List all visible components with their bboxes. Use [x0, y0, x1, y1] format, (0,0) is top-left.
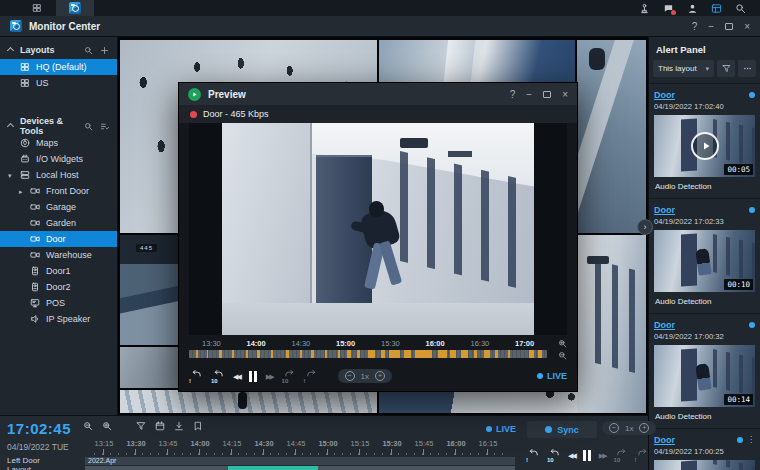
event-camera-link[interactable]: Door: [654, 320, 675, 330]
camera-item-garage[interactable]: Garage: [0, 199, 117, 215]
playback-speed-control[interactable]: − 1x +: [602, 421, 656, 435]
live-dot-icon: [486, 426, 492, 432]
camera-tile-wall[interactable]: [120, 347, 180, 388]
minimize-button[interactable]: −: [708, 21, 714, 32]
next-event-button[interactable]: !: [635, 448, 648, 462]
speed-up-icon[interactable]: [599, 450, 606, 460]
event-thumbnail[interactable]: 00:10: [654, 230, 755, 292]
search-icon[interactable]: [84, 122, 93, 131]
view-options-icon[interactable]: [100, 122, 109, 131]
pause-button[interactable]: [249, 371, 257, 382]
user-icon[interactable]: [687, 3, 698, 14]
layout-item-us[interactable]: US: [0, 75, 117, 91]
search-icon[interactable]: [84, 46, 93, 55]
speed-minus-icon[interactable]: −: [345, 371, 355, 381]
device-item-pos[interactable]: POS: [0, 295, 117, 311]
alert-panel-toggle-icon[interactable]: [711, 3, 722, 14]
event-camera-link[interactable]: Door: [654, 435, 675, 445]
live-indicator[interactable]: LIVE: [537, 371, 567, 381]
camera-tile-walkway[interactable]: [577, 40, 646, 233]
preview-timeline[interactable]: 13:30 14:00 14:30 15:00 15:30 16:00 16:3…: [189, 339, 567, 365]
monitor-center-titlebar[interactable]: Monitor Center ? − ×: [0, 16, 760, 37]
timeline-zoom-in-icon[interactable]: [558, 339, 567, 348]
speed-minus-icon[interactable]: −: [609, 423, 619, 433]
alert-panel-collapse-button[interactable]: [637, 219, 653, 235]
speed-plus-icon[interactable]: +: [639, 423, 649, 433]
recording-band-left-door[interactable]: [85, 457, 515, 465]
speed-plus-icon[interactable]: +: [375, 371, 385, 381]
camera-tile-corridor[interactable]: [577, 235, 646, 413]
search-icon[interactable]: [735, 3, 746, 14]
taskbar-apps-button[interactable]: [18, 0, 56, 16]
timeline-tools: [83, 421, 203, 431]
alert-scope-dropdown[interactable]: This layout: [653, 60, 714, 77]
close-button[interactable]: ×: [562, 89, 568, 100]
layouts-section-header[interactable]: Layouts: [0, 41, 117, 59]
event-thumbnail[interactable]: 00:05: [654, 115, 755, 177]
help-button[interactable]: ?: [692, 21, 698, 32]
camera-item-front-door[interactable]: ▸Front Door: [0, 183, 117, 199]
chevron-down-icon[interactable]: ▾: [8, 172, 12, 179]
device-item-io-widgets[interactable]: I/O Widgets: [0, 151, 117, 167]
calendar-icon[interactable]: [155, 421, 165, 431]
preview-video[interactable]: [189, 123, 567, 335]
camera-item-garden[interactable]: Garden: [0, 215, 117, 231]
add-layout-icon[interactable]: [100, 46, 109, 55]
event-camera-link[interactable]: Door: [654, 90, 675, 100]
forward-10s-button[interactable]: 10: [282, 369, 295, 383]
device-item-local-host[interactable]: ▾Local Host: [0, 167, 117, 183]
taskbar-monitor-center-button[interactable]: [56, 0, 94, 16]
chevron-right-icon[interactable]: ▸: [19, 188, 23, 195]
timeline-ruler[interactable]: 13:1513:30 13:4514:00 14:1514:30 14:4515…: [88, 439, 504, 455]
maximize-button[interactable]: [543, 91, 551, 98]
layout-item-hq[interactable]: HQ (Default): [0, 59, 117, 75]
sync-button[interactable]: Sync: [527, 421, 597, 438]
alert-filter-button[interactable]: [717, 60, 735, 77]
timeline-zoom-in-icon[interactable]: [102, 421, 112, 431]
devices-section-header[interactable]: Devices & Tools: [0, 117, 117, 135]
event-thumbnail[interactable]: [654, 460, 755, 470]
rewind-10s-button[interactable]: 10: [547, 448, 560, 462]
device-item-door1[interactable]: Door1: [0, 263, 117, 279]
help-button[interactable]: ?: [510, 89, 516, 100]
playback-speed-control[interactable]: − 1x +: [338, 369, 392, 383]
rewind-10s-button[interactable]: 10: [211, 369, 224, 383]
chat-notification-icon[interactable]: [663, 3, 674, 14]
speed-up-icon[interactable]: [266, 371, 273, 381]
timeline-row-label[interactable]: Layout: [7, 465, 31, 470]
next-event-button[interactable]: !: [304, 369, 317, 383]
recording-dot-icon: [190, 111, 197, 118]
event-thumbnail[interactable]: 00:14: [654, 345, 755, 407]
timeline-zoom-out-icon[interactable]: [83, 421, 93, 431]
funnel-icon[interactable]: [136, 421, 146, 431]
device-item-door2[interactable]: Door2: [0, 279, 117, 295]
camera-item-warehouse[interactable]: Warehouse: [0, 247, 117, 263]
previous-event-button[interactable]: !: [526, 448, 539, 462]
bookmark-icon[interactable]: [193, 421, 203, 431]
device-item-ip-speaker[interactable]: IP Speaker: [0, 311, 117, 327]
event-camera-link[interactable]: Door: [654, 205, 675, 215]
preview-titlebar[interactable]: Preview ? − ×: [179, 83, 577, 105]
forward-10s-button[interactable]: 10: [614, 448, 627, 462]
live-indicator[interactable]: LIVE: [486, 424, 516, 434]
recording-band-layout[interactable]: [85, 466, 515, 470]
timeline-zoom-out-icon[interactable]: [558, 351, 567, 360]
camera-tile-stairs[interactable]: [120, 390, 377, 413]
download-icon[interactable]: [174, 421, 184, 431]
camera-tile-metro[interactable]: 445: [120, 235, 180, 345]
speed-down-icon[interactable]: [233, 371, 240, 381]
event-menu-icon[interactable]: ⋮: [747, 436, 755, 444]
maximize-button[interactable]: [725, 23, 733, 30]
close-button[interactable]: ×: [744, 21, 750, 32]
joystick-icon[interactable]: [639, 3, 650, 14]
device-item-maps[interactable]: Maps: [0, 135, 117, 151]
timeline-row-label[interactable]: Left Door: [7, 456, 40, 465]
alert-more-button[interactable]: [738, 60, 756, 77]
pause-button[interactable]: [583, 450, 591, 461]
camera-item-door[interactable]: Door: [0, 231, 117, 247]
minimize-button[interactable]: −: [526, 89, 532, 100]
previous-event-button[interactable]: !: [189, 369, 202, 383]
event-timeline-bar[interactable]: [189, 350, 547, 358]
speed-down-icon[interactable]: [568, 450, 575, 460]
event-duration: 00:10: [724, 279, 753, 290]
